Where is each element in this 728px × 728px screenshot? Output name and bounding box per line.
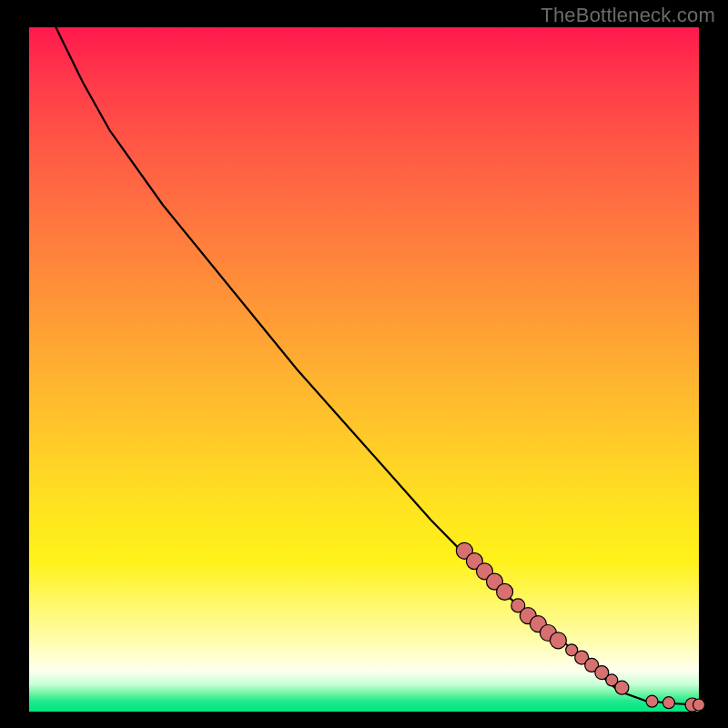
- data-marker: [662, 697, 674, 709]
- watermark-text: TheBottleneck.com: [541, 4, 715, 27]
- data-marker: [497, 583, 513, 600]
- chart-stage: TheBottleneck.com: [0, 0, 728, 728]
- markers-group: [456, 542, 704, 712]
- data-marker: [646, 695, 658, 707]
- plot-area: [29, 27, 699, 712]
- data-marker: [615, 681, 629, 694]
- data-marker: [550, 632, 566, 649]
- data-marker: [693, 699, 705, 711]
- plot-svg: [29, 27, 699, 712]
- bottleneck-curve: [56, 27, 699, 705]
